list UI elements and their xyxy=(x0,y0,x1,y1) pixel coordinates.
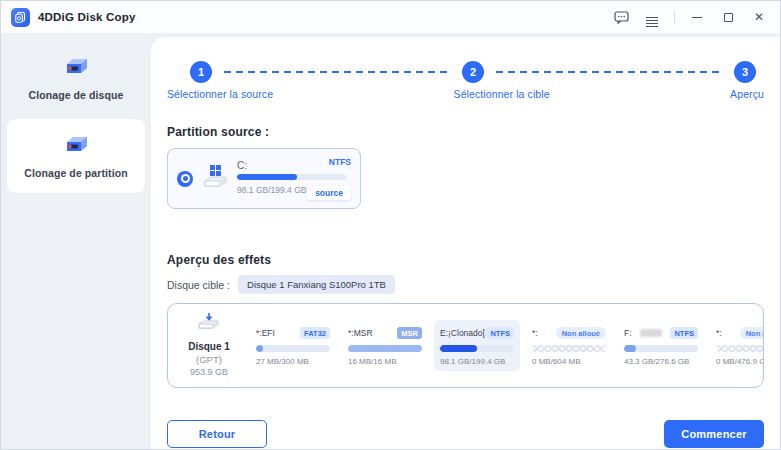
source-section-heading: Partition source : xyxy=(167,125,764,139)
target-disk-card: Disque 1 (GPT) 953.9 GB *:EFIFAT3227 MB/… xyxy=(167,303,764,388)
step-connector xyxy=(224,71,450,73)
titlebar: 4DDiG Disk Copy ✕ xyxy=(1,1,780,33)
partition-usage-text: 43.3 GB/276.6 GB xyxy=(624,357,698,366)
sidebar-item-partition-clone[interactable]: Clonage de partition xyxy=(7,119,145,193)
partition-name: *:MSR xyxy=(348,328,373,338)
target-disk-badge: Disque 1 Fanxiang S100Pro 1TB xyxy=(238,275,395,294)
minimize-button[interactable] xyxy=(688,8,706,26)
source-partition-name: C: xyxy=(237,160,247,171)
footer: Retour Commencer xyxy=(167,420,764,448)
main-panel: 123 Sélectionner la sourceSélectionner l… xyxy=(151,37,780,450)
step-circle-1: 1 xyxy=(190,61,212,83)
partition-usage-bar xyxy=(532,345,606,352)
target-disk-label: Disque cible : xyxy=(167,279,230,291)
disk-type: (GPT) xyxy=(168,354,250,367)
partition-filesystem-badge: NTFS xyxy=(670,327,698,339)
partition-filesystem-badge: Non alloué xyxy=(556,327,606,339)
windows-disk-icon xyxy=(202,164,230,194)
redacted-label xyxy=(640,329,662,337)
partition-filesystem-badge: NTFS xyxy=(486,327,514,339)
partition-tile[interactable]: *:MSRMSR16 MB/16 MB xyxy=(342,320,428,371)
app-title: 4DDiG Disk Copy xyxy=(38,11,136,23)
maximize-button[interactable] xyxy=(719,8,737,26)
disk-size: 953.9 GB xyxy=(168,366,250,378)
back-button[interactable]: Retour xyxy=(167,420,267,448)
drive-icon xyxy=(59,134,93,162)
stepper: 123 xyxy=(190,61,756,83)
start-button[interactable]: Commencer xyxy=(664,420,764,448)
sidebar-item-label: Clonage de partition xyxy=(24,167,128,179)
partition-usage-bar xyxy=(440,345,514,352)
sidebar-item-label: Clonage de disque xyxy=(28,89,123,101)
app-logo-icon xyxy=(11,8,30,27)
step-labels: Sélectionner la sourceSélectionner la ci… xyxy=(167,88,764,100)
partition-filesystem-badge: FAT32 xyxy=(300,327,330,339)
partition-tile[interactable]: *:EFIFAT3227 MB/300 MB xyxy=(250,320,336,371)
partition-usage-bar xyxy=(256,345,330,352)
disk-name: Disque 1 xyxy=(168,340,250,354)
partition-usage-bar xyxy=(348,345,422,352)
radio-selected-icon[interactable] xyxy=(177,171,193,187)
source-partition-usage: 98.1 GB/199.4 GB xyxy=(237,185,306,195)
partition-tile[interactable]: *:Non alloué0 MB/476.9 GB xyxy=(710,320,763,371)
source-usage-bar xyxy=(237,174,346,180)
partition-name: *: xyxy=(716,328,722,338)
menu-icon[interactable] xyxy=(643,8,661,26)
partition-usage-text: 27 MB/300 MB xyxy=(256,357,330,366)
partition-strip: *:EFIFAT3227 MB/300 MB*:MSRMSR16 MB/16 M… xyxy=(250,320,763,371)
step-label-1: Sélectionner la source xyxy=(167,88,273,100)
partition-usage-bar xyxy=(716,345,763,352)
partition-tile[interactable]: *:Non alloué0 MB/604 MB xyxy=(526,320,612,371)
partition-filesystem-badge: Non alloué xyxy=(740,327,763,339)
source-partition-card[interactable]: C: NTFS 98.1 GB/199.4 GB source xyxy=(167,148,361,209)
drive-icon xyxy=(59,56,93,84)
partition-usage-text: 0 MB/604 MB xyxy=(532,357,606,366)
source-partition-filesystem: NTFS xyxy=(329,157,351,167)
step-label-3: Aperçu xyxy=(730,88,764,100)
partition-name: E:¡Clonado[... xyxy=(440,328,486,338)
disk-import-icon xyxy=(197,312,221,332)
partition-filesystem-badge: MSR xyxy=(397,327,422,339)
step-circle-3: 3 xyxy=(734,61,756,83)
partition-name: *: xyxy=(532,328,538,338)
partition-tile[interactable]: F:NTFS43.3 GB/276.6 GB xyxy=(618,320,704,371)
partition-usage-text: 98.1 GB/199.4 GB xyxy=(440,357,514,366)
partition-name: F: xyxy=(624,328,632,338)
preview-section-heading: Aperçu des effets xyxy=(167,253,764,267)
close-button[interactable]: ✕ xyxy=(750,8,768,26)
sidebar: Clonage de disqueClonage de partition xyxy=(1,33,151,450)
step-label-2: Sélectionner la cible xyxy=(454,88,550,100)
step-circle-2: 2 xyxy=(462,61,484,83)
partition-usage-text: 0 MB/476.9 GB xyxy=(716,357,763,366)
partition-name: *:EFI xyxy=(256,328,275,338)
source-badge: source xyxy=(307,186,351,200)
titlebar-divider xyxy=(674,10,675,24)
disk-info: Disque 1 (GPT) 953.9 GB xyxy=(168,312,250,378)
sidebar-item-disk-clone[interactable]: Clonage de disque xyxy=(7,47,145,109)
step-connector xyxy=(496,71,722,73)
partition-usage-bar xyxy=(624,345,698,352)
feedback-icon[interactable] xyxy=(612,8,630,26)
partition-tile[interactable]: E:¡Clonado[...NTFS98.1 GB/199.4 GB xyxy=(434,320,520,371)
partition-usage-text: 16 MB/16 MB xyxy=(348,357,422,366)
app-window: 4DDiG Disk Copy ✕ Clonage de dis xyxy=(0,0,781,450)
